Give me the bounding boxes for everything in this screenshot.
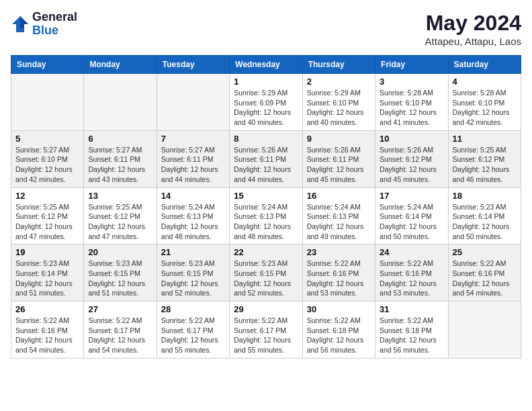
day-number: 13: [88, 191, 152, 201]
day-number: 7: [161, 134, 225, 144]
day-number: 29: [234, 304, 298, 314]
logo-general: General: [32, 11, 77, 24]
page-header: General Blue May 2024 Attapeu, Attapu, L…: [11, 11, 521, 47]
calendar-week-row: 5Sunrise: 5:27 AM Sunset: 6:10 PM Daylig…: [11, 130, 521, 187]
calendar-cell: 2Sunrise: 5:29 AM Sunset: 6:10 PM Daylig…: [302, 74, 375, 131]
day-info: Sunrise: 5:26 AM Sunset: 6:11 PM Dayligh…: [307, 145, 371, 185]
day-number: 18: [453, 191, 517, 201]
day-info: Sunrise: 5:22 AM Sunset: 6:17 PM Dayligh…: [88, 316, 152, 355]
day-info: Sunrise: 5:24 AM Sunset: 6:14 PM Dayligh…: [380, 202, 443, 242]
day-info: Sunrise: 5:26 AM Sunset: 6:12 PM Dayligh…: [380, 145, 443, 185]
day-number: 14: [161, 191, 225, 201]
calendar-cell: 26Sunrise: 5:22 AM Sunset: 6:16 PM Dayli…: [11, 302, 84, 359]
calendar-week-row: 12Sunrise: 5:25 AM Sunset: 6:12 PM Dayli…: [11, 187, 521, 244]
day-number: 24: [380, 247, 443, 257]
day-info: Sunrise: 5:25 AM Sunset: 6:12 PM Dayligh…: [15, 202, 79, 242]
day-info: Sunrise: 5:29 AM Sunset: 6:10 PM Dayligh…: [307, 88, 371, 128]
day-info: Sunrise: 5:22 AM Sunset: 6:17 PM Dayligh…: [161, 316, 225, 355]
calendar-cell: 3Sunrise: 5:28 AM Sunset: 6:10 PM Daylig…: [375, 74, 448, 131]
day-number: 20: [88, 247, 152, 257]
calendar-week-row: 26Sunrise: 5:22 AM Sunset: 6:16 PM Dayli…: [11, 302, 521, 359]
day-number: 16: [307, 191, 371, 201]
day-header-wednesday: Wednesday: [230, 56, 302, 74]
day-info: Sunrise: 5:24 AM Sunset: 6:13 PM Dayligh…: [307, 202, 371, 242]
subtitle: Attapeu, Attapu, Laos: [425, 36, 521, 47]
calendar-cell: 22Sunrise: 5:23 AM Sunset: 6:15 PM Dayli…: [230, 244, 302, 302]
day-info: Sunrise: 5:24 AM Sunset: 6:13 PM Dayligh…: [161, 202, 225, 242]
calendar-week-row: 1Sunrise: 5:29 AM Sunset: 6:09 PM Daylig…: [11, 74, 521, 131]
day-number: 5: [15, 134, 79, 144]
day-number: 17: [380, 191, 443, 201]
calendar-cell: 20Sunrise: 5:23 AM Sunset: 6:15 PM Dayli…: [84, 244, 157, 302]
day-number: 8: [234, 134, 298, 144]
day-number: 23: [307, 247, 371, 257]
day-info: Sunrise: 5:29 AM Sunset: 6:09 PM Dayligh…: [234, 88, 298, 128]
day-info: Sunrise: 5:23 AM Sunset: 6:15 PM Dayligh…: [88, 259, 152, 298]
calendar-cell: [448, 302, 521, 359]
day-info: Sunrise: 5:23 AM Sunset: 6:14 PM Dayligh…: [453, 202, 517, 242]
day-number: 6: [88, 134, 152, 144]
calendar-cell: 25Sunrise: 5:22 AM Sunset: 6:16 PM Dayli…: [448, 244, 521, 302]
day-header-thursday: Thursday: [302, 56, 375, 74]
calendar-cell: 10Sunrise: 5:26 AM Sunset: 6:12 PM Dayli…: [375, 130, 448, 187]
day-number: 4: [453, 77, 517, 87]
calendar-cell: 17Sunrise: 5:24 AM Sunset: 6:14 PM Dayli…: [375, 187, 448, 244]
day-number: 1: [234, 77, 298, 87]
day-number: 30: [307, 304, 371, 314]
calendar-cell: 31Sunrise: 5:22 AM Sunset: 6:18 PM Dayli…: [375, 302, 448, 359]
calendar-cell: [157, 74, 229, 131]
logo-icon: [11, 15, 30, 34]
svg-marker-1: [20, 16, 28, 28]
day-header-monday: Monday: [84, 56, 157, 74]
calendar-cell: 4Sunrise: 5:28 AM Sunset: 6:10 PM Daylig…: [448, 74, 521, 131]
calendar-cell: 28Sunrise: 5:22 AM Sunset: 6:17 PM Dayli…: [157, 302, 229, 359]
calendar-cell: 11Sunrise: 5:25 AM Sunset: 6:12 PM Dayli…: [448, 130, 521, 187]
day-info: Sunrise: 5:28 AM Sunset: 6:10 PM Dayligh…: [453, 88, 517, 128]
calendar-cell: 16Sunrise: 5:24 AM Sunset: 6:13 PM Dayli…: [302, 187, 375, 244]
day-info: Sunrise: 5:27 AM Sunset: 6:11 PM Dayligh…: [161, 145, 225, 185]
day-info: Sunrise: 5:22 AM Sunset: 6:18 PM Dayligh…: [380, 316, 443, 355]
logo-blue: Blue: [32, 24, 77, 38]
calendar-cell: 7Sunrise: 5:27 AM Sunset: 6:11 PM Daylig…: [157, 130, 229, 187]
day-header-saturday: Saturday: [448, 56, 521, 74]
calendar-cell: 5Sunrise: 5:27 AM Sunset: 6:10 PM Daylig…: [11, 130, 84, 187]
calendar-cell: 21Sunrise: 5:23 AM Sunset: 6:15 PM Dayli…: [157, 244, 229, 302]
day-number: 19: [15, 247, 79, 257]
calendar-cell: 12Sunrise: 5:25 AM Sunset: 6:12 PM Dayli…: [11, 187, 84, 244]
calendar-cell: 29Sunrise: 5:22 AM Sunset: 6:17 PM Dayli…: [230, 302, 302, 359]
day-info: Sunrise: 5:25 AM Sunset: 6:12 PM Dayligh…: [453, 145, 517, 185]
day-info: Sunrise: 5:25 AM Sunset: 6:12 PM Dayligh…: [88, 202, 152, 242]
day-info: Sunrise: 5:22 AM Sunset: 6:16 PM Dayligh…: [15, 316, 79, 355]
calendar: SundayMondayTuesdayWednesdayThursdayFrid…: [11, 55, 521, 359]
logo-text: General Blue: [32, 11, 77, 38]
main-title: May 2024: [425, 11, 521, 36]
calendar-header-row: SundayMondayTuesdayWednesdayThursdayFrid…: [11, 56, 521, 74]
day-info: Sunrise: 5:24 AM Sunset: 6:13 PM Dayligh…: [234, 202, 298, 242]
calendar-cell: 27Sunrise: 5:22 AM Sunset: 6:17 PM Dayli…: [84, 302, 157, 359]
logo: General Blue: [11, 11, 77, 38]
day-info: Sunrise: 5:26 AM Sunset: 6:11 PM Dayligh…: [234, 145, 298, 185]
calendar-cell: 23Sunrise: 5:22 AM Sunset: 6:16 PM Dayli…: [302, 244, 375, 302]
day-number: 22: [234, 247, 298, 257]
day-number: 2: [307, 77, 371, 87]
calendar-cell: 18Sunrise: 5:23 AM Sunset: 6:14 PM Dayli…: [448, 187, 521, 244]
calendar-week-row: 19Sunrise: 5:23 AM Sunset: 6:14 PM Dayli…: [11, 244, 521, 302]
title-block: May 2024 Attapeu, Attapu, Laos: [425, 11, 521, 47]
day-info: Sunrise: 5:27 AM Sunset: 6:10 PM Dayligh…: [15, 145, 79, 185]
calendar-cell: [84, 74, 157, 131]
calendar-cell: 1Sunrise: 5:29 AM Sunset: 6:09 PM Daylig…: [230, 74, 302, 131]
day-number: 9: [307, 134, 371, 144]
calendar-cell: 8Sunrise: 5:26 AM Sunset: 6:11 PM Daylig…: [230, 130, 302, 187]
day-info: Sunrise: 5:22 AM Sunset: 6:16 PM Dayligh…: [453, 259, 517, 298]
calendar-cell: 30Sunrise: 5:22 AM Sunset: 6:18 PM Dayli…: [302, 302, 375, 359]
calendar-cell: [11, 74, 84, 131]
day-info: Sunrise: 5:28 AM Sunset: 6:10 PM Dayligh…: [380, 88, 443, 128]
calendar-cell: 19Sunrise: 5:23 AM Sunset: 6:14 PM Dayli…: [11, 244, 84, 302]
day-info: Sunrise: 5:27 AM Sunset: 6:11 PM Dayligh…: [88, 145, 152, 185]
day-number: 26: [15, 304, 79, 314]
day-info: Sunrise: 5:22 AM Sunset: 6:18 PM Dayligh…: [307, 316, 371, 355]
day-info: Sunrise: 5:22 AM Sunset: 6:16 PM Dayligh…: [380, 259, 443, 298]
day-info: Sunrise: 5:23 AM Sunset: 6:15 PM Dayligh…: [161, 259, 225, 298]
day-number: 15: [234, 191, 298, 201]
day-number: 25: [453, 247, 517, 257]
